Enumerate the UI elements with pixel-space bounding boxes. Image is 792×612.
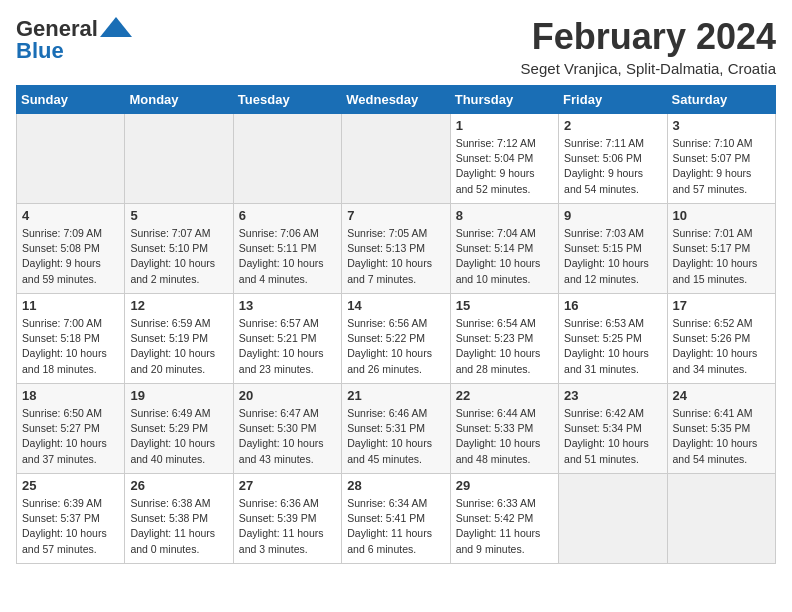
weekday-header: Monday: [125, 86, 233, 114]
day-info: Sunrise: 6:36 AM Sunset: 5:39 PM Dayligh…: [239, 496, 336, 557]
day-number: 7: [347, 208, 444, 223]
calendar-cell: 5Sunrise: 7:07 AM Sunset: 5:10 PM Daylig…: [125, 204, 233, 294]
day-info: Sunrise: 7:11 AM Sunset: 5:06 PM Dayligh…: [564, 136, 661, 197]
calendar-cell: 22Sunrise: 6:44 AM Sunset: 5:33 PM Dayli…: [450, 384, 558, 474]
weekday-header: Tuesday: [233, 86, 341, 114]
day-info: Sunrise: 7:10 AM Sunset: 5:07 PM Dayligh…: [673, 136, 770, 197]
calendar-cell: 18Sunrise: 6:50 AM Sunset: 5:27 PM Dayli…: [17, 384, 125, 474]
day-number: 3: [673, 118, 770, 133]
day-number: 28: [347, 478, 444, 493]
day-info: Sunrise: 6:52 AM Sunset: 5:26 PM Dayligh…: [673, 316, 770, 377]
day-number: 24: [673, 388, 770, 403]
calendar-week-row: 4Sunrise: 7:09 AM Sunset: 5:08 PM Daylig…: [17, 204, 776, 294]
day-info: Sunrise: 6:38 AM Sunset: 5:38 PM Dayligh…: [130, 496, 227, 557]
calendar-cell: 13Sunrise: 6:57 AM Sunset: 5:21 PM Dayli…: [233, 294, 341, 384]
calendar-cell: 7Sunrise: 7:05 AM Sunset: 5:13 PM Daylig…: [342, 204, 450, 294]
weekday-header: Thursday: [450, 86, 558, 114]
calendar-cell: [559, 474, 667, 564]
day-info: Sunrise: 7:00 AM Sunset: 5:18 PM Dayligh…: [22, 316, 119, 377]
calendar-cell: 29Sunrise: 6:33 AM Sunset: 5:42 PM Dayli…: [450, 474, 558, 564]
calendar-cell: 16Sunrise: 6:53 AM Sunset: 5:25 PM Dayli…: [559, 294, 667, 384]
day-number: 14: [347, 298, 444, 313]
title-area: February 2024 Seget Vranjica, Split-Dalm…: [521, 16, 776, 77]
day-number: 17: [673, 298, 770, 313]
calendar-cell: 1Sunrise: 7:12 AM Sunset: 5:04 PM Daylig…: [450, 114, 558, 204]
weekday-header: Sunday: [17, 86, 125, 114]
weekday-header: Wednesday: [342, 86, 450, 114]
day-info: Sunrise: 6:56 AM Sunset: 5:22 PM Dayligh…: [347, 316, 444, 377]
day-info: Sunrise: 6:46 AM Sunset: 5:31 PM Dayligh…: [347, 406, 444, 467]
calendar-cell: 14Sunrise: 6:56 AM Sunset: 5:22 PM Dayli…: [342, 294, 450, 384]
day-number: 8: [456, 208, 553, 223]
calendar-cell: 24Sunrise: 6:41 AM Sunset: 5:35 PM Dayli…: [667, 384, 775, 474]
day-info: Sunrise: 7:01 AM Sunset: 5:17 PM Dayligh…: [673, 226, 770, 287]
day-info: Sunrise: 7:06 AM Sunset: 5:11 PM Dayligh…: [239, 226, 336, 287]
day-number: 6: [239, 208, 336, 223]
day-info: Sunrise: 6:44 AM Sunset: 5:33 PM Dayligh…: [456, 406, 553, 467]
day-info: Sunrise: 7:03 AM Sunset: 5:15 PM Dayligh…: [564, 226, 661, 287]
day-number: 19: [130, 388, 227, 403]
calendar-cell: 8Sunrise: 7:04 AM Sunset: 5:14 PM Daylig…: [450, 204, 558, 294]
calendar-cell: 25Sunrise: 6:39 AM Sunset: 5:37 PM Dayli…: [17, 474, 125, 564]
day-info: Sunrise: 6:49 AM Sunset: 5:29 PM Dayligh…: [130, 406, 227, 467]
weekday-header: Saturday: [667, 86, 775, 114]
location-title: Seget Vranjica, Split-Dalmatia, Croatia: [521, 60, 776, 77]
day-number: 22: [456, 388, 553, 403]
calendar-cell: 11Sunrise: 7:00 AM Sunset: 5:18 PM Dayli…: [17, 294, 125, 384]
day-number: 18: [22, 388, 119, 403]
day-info: Sunrise: 6:33 AM Sunset: 5:42 PM Dayligh…: [456, 496, 553, 557]
day-number: 29: [456, 478, 553, 493]
calendar-cell: 12Sunrise: 6:59 AM Sunset: 5:19 PM Dayli…: [125, 294, 233, 384]
calendar-cell: [667, 474, 775, 564]
day-info: Sunrise: 7:04 AM Sunset: 5:14 PM Dayligh…: [456, 226, 553, 287]
calendar-cell: 6Sunrise: 7:06 AM Sunset: 5:11 PM Daylig…: [233, 204, 341, 294]
calendar-cell: 23Sunrise: 6:42 AM Sunset: 5:34 PM Dayli…: [559, 384, 667, 474]
day-number: 10: [673, 208, 770, 223]
page-header: General Blue February 2024 Seget Vranjic…: [16, 16, 776, 77]
calendar-cell: 28Sunrise: 6:34 AM Sunset: 5:41 PM Dayli…: [342, 474, 450, 564]
logo-blue-text: Blue: [16, 38, 64, 64]
calendar-table: SundayMondayTuesdayWednesdayThursdayFrid…: [16, 85, 776, 564]
calendar-week-row: 18Sunrise: 6:50 AM Sunset: 5:27 PM Dayli…: [17, 384, 776, 474]
calendar-cell: [17, 114, 125, 204]
calendar-cell: [125, 114, 233, 204]
day-number: 16: [564, 298, 661, 313]
calendar-week-row: 25Sunrise: 6:39 AM Sunset: 5:37 PM Dayli…: [17, 474, 776, 564]
day-info: Sunrise: 6:39 AM Sunset: 5:37 PM Dayligh…: [22, 496, 119, 557]
calendar-cell: 17Sunrise: 6:52 AM Sunset: 5:26 PM Dayli…: [667, 294, 775, 384]
day-number: 2: [564, 118, 661, 133]
calendar-cell: 26Sunrise: 6:38 AM Sunset: 5:38 PM Dayli…: [125, 474, 233, 564]
day-info: Sunrise: 6:34 AM Sunset: 5:41 PM Dayligh…: [347, 496, 444, 557]
calendar-cell: 15Sunrise: 6:54 AM Sunset: 5:23 PM Dayli…: [450, 294, 558, 384]
day-info: Sunrise: 7:09 AM Sunset: 5:08 PM Dayligh…: [22, 226, 119, 287]
day-info: Sunrise: 6:54 AM Sunset: 5:23 PM Dayligh…: [456, 316, 553, 377]
calendar-week-row: 11Sunrise: 7:00 AM Sunset: 5:18 PM Dayli…: [17, 294, 776, 384]
day-info: Sunrise: 7:12 AM Sunset: 5:04 PM Dayligh…: [456, 136, 553, 197]
day-number: 4: [22, 208, 119, 223]
day-info: Sunrise: 6:57 AM Sunset: 5:21 PM Dayligh…: [239, 316, 336, 377]
day-info: Sunrise: 6:59 AM Sunset: 5:19 PM Dayligh…: [130, 316, 227, 377]
day-info: Sunrise: 7:05 AM Sunset: 5:13 PM Dayligh…: [347, 226, 444, 287]
day-number: 26: [130, 478, 227, 493]
day-number: 20: [239, 388, 336, 403]
logo: General Blue: [16, 16, 132, 64]
calendar-cell: 10Sunrise: 7:01 AM Sunset: 5:17 PM Dayli…: [667, 204, 775, 294]
day-number: 5: [130, 208, 227, 223]
day-number: 27: [239, 478, 336, 493]
calendar-cell: 21Sunrise: 6:46 AM Sunset: 5:31 PM Dayli…: [342, 384, 450, 474]
calendar-cell: 20Sunrise: 6:47 AM Sunset: 5:30 PM Dayli…: [233, 384, 341, 474]
calendar-week-row: 1Sunrise: 7:12 AM Sunset: 5:04 PM Daylig…: [17, 114, 776, 204]
calendar-cell: 3Sunrise: 7:10 AM Sunset: 5:07 PM Daylig…: [667, 114, 775, 204]
day-info: Sunrise: 6:47 AM Sunset: 5:30 PM Dayligh…: [239, 406, 336, 467]
calendar-cell: 19Sunrise: 6:49 AM Sunset: 5:29 PM Dayli…: [125, 384, 233, 474]
calendar-cell: [233, 114, 341, 204]
day-number: 13: [239, 298, 336, 313]
day-info: Sunrise: 6:50 AM Sunset: 5:27 PM Dayligh…: [22, 406, 119, 467]
day-info: Sunrise: 7:07 AM Sunset: 5:10 PM Dayligh…: [130, 226, 227, 287]
calendar-cell: 27Sunrise: 6:36 AM Sunset: 5:39 PM Dayli…: [233, 474, 341, 564]
day-number: 11: [22, 298, 119, 313]
svg-marker-0: [100, 17, 132, 37]
day-info: Sunrise: 6:42 AM Sunset: 5:34 PM Dayligh…: [564, 406, 661, 467]
day-number: 21: [347, 388, 444, 403]
day-number: 9: [564, 208, 661, 223]
